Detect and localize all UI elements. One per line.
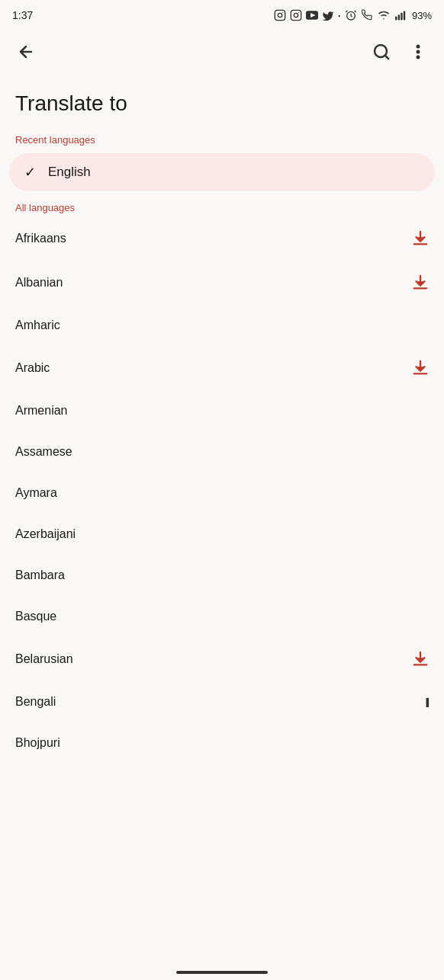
list-item[interactable]: Bhojpuri xyxy=(0,722,444,764)
list-item[interactable]: Azerbaijani xyxy=(0,514,444,555)
svg-point-2 xyxy=(282,12,283,13)
dot-indicator: • xyxy=(338,12,340,19)
list-item[interactable]: Bambara xyxy=(0,555,444,596)
status-indicators: • 93% xyxy=(274,9,432,21)
list-item[interactable]: Bengali▐ xyxy=(0,681,444,722)
download-icon[interactable] xyxy=(412,230,429,247)
checkmark-icon: ✓ xyxy=(24,164,36,181)
list-item[interactable]: Basque xyxy=(0,596,444,637)
all-languages-header: All languages xyxy=(0,196,444,216)
list-item[interactable]: Aymara xyxy=(0,472,444,514)
selected-language-item[interactable]: ✓ English xyxy=(9,153,435,191)
instagram-icon xyxy=(274,9,286,21)
list-item[interactable]: Afrikaans xyxy=(0,216,444,261)
language-name: Afrikaans xyxy=(15,232,66,245)
instagram2-icon xyxy=(290,9,302,21)
phone-icon xyxy=(362,9,372,21)
svg-rect-11 xyxy=(401,13,402,21)
more-icon xyxy=(416,43,420,61)
back-icon xyxy=(17,43,35,61)
language-name: Basque xyxy=(15,610,56,623)
search-icon xyxy=(372,43,391,61)
download-icon[interactable] xyxy=(412,360,429,376)
toolbar-right xyxy=(365,35,435,69)
language-name: Bhojpuri xyxy=(15,736,60,750)
svg-rect-0 xyxy=(275,10,285,20)
wifi-icon xyxy=(377,10,391,21)
home-indicator xyxy=(176,971,268,974)
list-item[interactable]: Assamese xyxy=(0,431,444,472)
language-name: Azerbaijani xyxy=(15,527,76,541)
language-name: Bengali xyxy=(15,695,56,709)
svg-point-5 xyxy=(298,12,299,13)
twitter-icon xyxy=(322,10,334,21)
download-icon[interactable] xyxy=(412,274,429,291)
alarm-icon xyxy=(345,9,357,21)
svg-point-1 xyxy=(278,13,282,17)
language-name: Aymara xyxy=(15,486,57,500)
language-name: Belarusian xyxy=(15,652,73,666)
list-item[interactable]: Albanian xyxy=(0,261,444,305)
youtube-icon xyxy=(306,11,318,20)
language-name: Bambara xyxy=(15,568,65,582)
search-button[interactable] xyxy=(365,35,398,69)
svg-point-16 xyxy=(417,56,420,59)
selected-language-name: English xyxy=(48,165,91,180)
svg-rect-12 xyxy=(404,11,405,20)
toolbar xyxy=(0,30,444,73)
time-display: 1:37 xyxy=(12,9,33,21)
list-item[interactable]: Amharic xyxy=(0,305,444,346)
toolbar-left xyxy=(9,35,43,69)
language-name: Assamese xyxy=(15,445,72,459)
language-name: Armenian xyxy=(15,404,67,418)
svg-point-15 xyxy=(417,50,420,54)
status-time: 1:37 xyxy=(12,9,33,21)
svg-rect-9 xyxy=(395,17,397,21)
svg-rect-10 xyxy=(398,14,400,20)
list-item[interactable]: Belarusian xyxy=(0,637,444,681)
language-name: Amharic xyxy=(15,319,60,332)
svg-rect-3 xyxy=(291,10,301,20)
page-title: Translate to xyxy=(0,73,444,128)
notification-icons: • xyxy=(274,9,340,21)
status-bar: 1:37 • 93% xyxy=(0,0,444,30)
small-indicator: ▐ xyxy=(423,698,429,706)
language-name: Arabic xyxy=(15,361,50,375)
list-item[interactable]: Arabic xyxy=(0,346,444,390)
more-options-button[interactable] xyxy=(401,35,435,69)
recent-languages-header: Recent languages xyxy=(0,128,444,149)
back-button[interactable] xyxy=(9,35,43,69)
language-list: Afrikaans Albanian AmharicArabic Armenia… xyxy=(0,216,444,764)
download-icon[interactable] xyxy=(412,651,429,668)
language-name: Albanian xyxy=(15,276,63,290)
svg-point-14 xyxy=(417,45,420,49)
signal-icon xyxy=(395,10,407,21)
svg-point-4 xyxy=(294,13,298,17)
battery-level: 93% xyxy=(412,10,432,21)
list-item[interactable]: Armenian xyxy=(0,390,444,431)
